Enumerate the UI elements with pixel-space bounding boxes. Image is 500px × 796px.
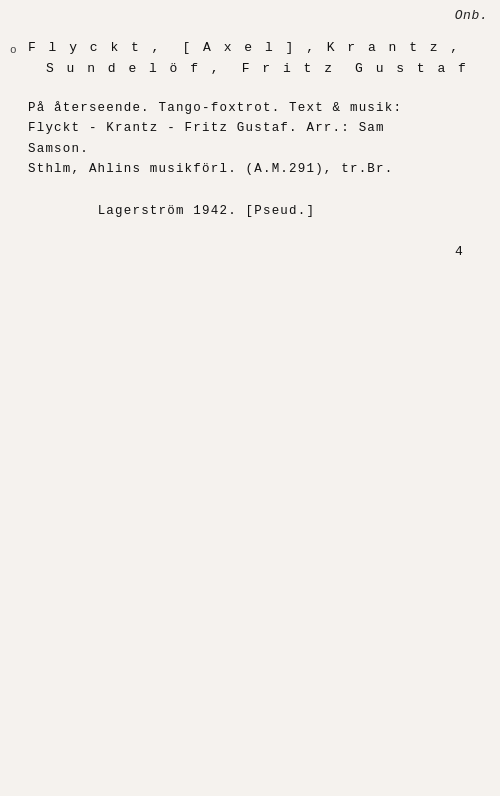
body-line5-text: Lagerström 1942. [Pseud.] bbox=[98, 204, 316, 218]
page-number: 4 bbox=[455, 241, 464, 262]
body-text: På återseende. Tango-foxtrot. Text & mus… bbox=[28, 98, 482, 263]
header-line2: S u n d e l ö f , F r i t z G u s t a f bbox=[28, 59, 482, 80]
bullet-marker: o bbox=[10, 44, 17, 56]
page: Onb. o F l y c k t , [ A x e l ] , K r a… bbox=[0, 0, 500, 796]
header-line1: F l y c k t , [ A x e l ] , K r a n t z … bbox=[28, 38, 482, 59]
body-line5: Lagerström 1942. [Pseud.] 4 bbox=[28, 180, 482, 263]
main-content: F l y c k t , [ A x e l ] , K r a n t z … bbox=[28, 38, 482, 263]
corner-stamp: Onb. bbox=[455, 8, 488, 23]
body-line3: Samson. bbox=[28, 139, 482, 160]
body-line1: På återseende. Tango-foxtrot. Text & mus… bbox=[28, 98, 482, 119]
body-line2: Flyckt - Krantz - Fritz Gustaf. Arr.: Sa… bbox=[28, 118, 482, 139]
body-line4: Sthlm, Ahlins musikförl. (A.M.291), tr.B… bbox=[28, 159, 482, 180]
